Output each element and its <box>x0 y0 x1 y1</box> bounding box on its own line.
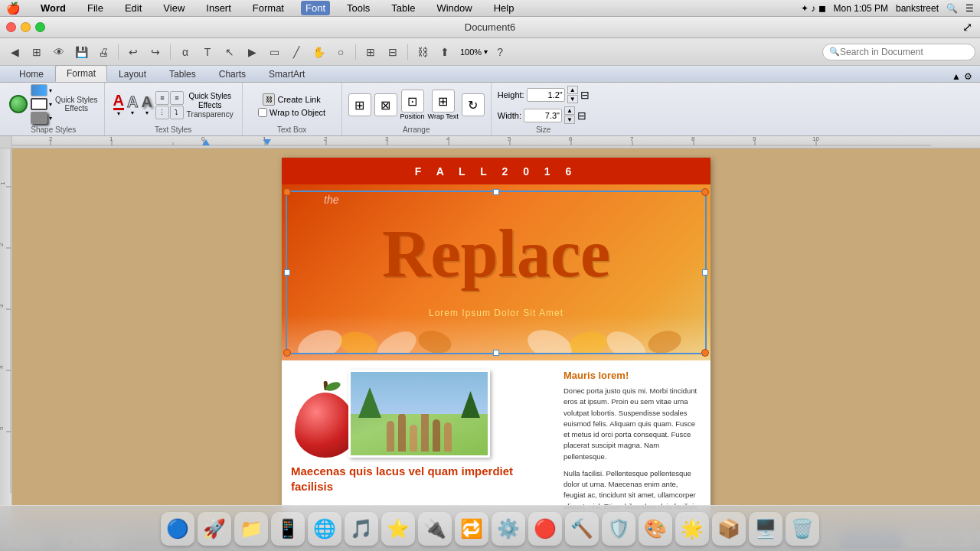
align-left-btn[interactable]: ≡ <box>155 91 169 105</box>
line-button[interactable]: ╱ <box>286 42 306 62</box>
text-outline-chevron[interactable]: ▾ <box>131 109 134 116</box>
tab-format[interactable]: Format <box>55 65 107 82</box>
template-button[interactable]: ⊞ <box>27 42 47 62</box>
dock-package[interactable]: 📦 <box>712 512 746 546</box>
menu-window[interactable]: Window <box>432 1 476 15</box>
width-up-btn[interactable]: ▲ <box>564 106 575 115</box>
tab-layout[interactable]: Layout <box>107 66 158 82</box>
indent-btn[interactable]: ⤵ <box>170 106 184 119</box>
dock-music[interactable]: 🎵 <box>345 512 378 546</box>
hand-button[interactable]: ✋ <box>309 42 328 62</box>
line-chevron[interactable]: ▾ <box>49 101 52 108</box>
handle-orange-tl[interactable] <box>283 188 291 196</box>
media-button[interactable]: ▶ <box>242 42 262 62</box>
maximize-button[interactable] <box>35 22 45 32</box>
menu-tools[interactable]: Tools <box>342 1 374 15</box>
menu-help[interactable]: Help <box>489 1 519 15</box>
shape-fill-btn[interactable]: ▾ <box>31 84 52 96</box>
apple-menu-icon[interactable]: 🍎 <box>6 2 21 15</box>
dock-launchpad[interactable]: 🚀 <box>198 512 231 546</box>
dock-trash[interactable]: 🗑️ <box>786 512 819 546</box>
print-button[interactable]: 🖨 <box>93 42 113 62</box>
arrange-btn-2[interactable]: ⊠ <box>374 93 397 116</box>
effects-text-btn[interactable]: Effects <box>198 101 221 109</box>
menu-table[interactable]: Table <box>387 1 420 15</box>
align-center-btn[interactable]: ≡ <box>170 91 184 105</box>
link-button[interactable]: ⛓ <box>413 42 433 62</box>
dock-shield[interactable]: 🛡️ <box>602 512 635 546</box>
dock-settings[interactable]: ⚙️ <box>492 512 525 546</box>
undo-button[interactable]: ↩ <box>123 42 143 62</box>
dock-mac[interactable]: 🖥️ <box>749 512 782 546</box>
dock-tools[interactable]: 🔨 <box>565 512 599 546</box>
transparency-btn[interactable]: Transparency <box>187 110 234 119</box>
dock-iphone[interactable]: 📱 <box>271 512 305 546</box>
tab-smartart[interactable]: SmartArt <box>257 66 316 82</box>
menu-format[interactable]: Format <box>248 1 289 15</box>
text-outline-btn[interactable]: A ▾ <box>127 94 138 116</box>
align-col-btn[interactable]: ⋮ <box>155 106 169 119</box>
wrap-to-object-btn[interactable]: Wrap to Object <box>258 108 325 117</box>
handle-mid-left[interactable] <box>284 269 290 276</box>
shape-style-main[interactable] <box>9 95 28 113</box>
text-button[interactable]: T <box>198 42 217 62</box>
tab-charts[interactable]: Charts <box>207 66 257 82</box>
help-button[interactable]: ? <box>490 42 510 62</box>
shape-line-btn[interactable]: ▾ <box>31 98 52 110</box>
minimize-button[interactable] <box>21 22 31 32</box>
position-btn[interactable]: ⊡ Position <box>400 90 425 120</box>
shadow-chevron[interactable]: ▾ <box>49 115 52 122</box>
handle-mid-right[interactable] <box>702 269 708 276</box>
search-icon[interactable]: 🔍 <box>946 3 958 14</box>
dock-red[interactable]: 🔴 <box>528 512 562 546</box>
back-button[interactable]: ◀ <box>5 42 24 62</box>
wrap-text-btn[interactable]: ⊞ Wrap Text <box>428 90 459 120</box>
dock-files[interactable]: 📁 <box>234 512 268 546</box>
height-input[interactable] <box>527 88 565 102</box>
dock-finder[interactable]: 🔵 <box>161 512 194 546</box>
height-up-btn[interactable]: ▲ <box>567 86 578 94</box>
share-button[interactable]: ⬆ <box>435 42 455 62</box>
handle-orange-tr[interactable] <box>701 188 709 196</box>
titlebar-expand[interactable]: ⤢ <box>962 20 972 34</box>
search-input[interactable] <box>840 47 962 57</box>
zoom-arrow[interactable]: ▾ <box>484 47 488 56</box>
menu-file[interactable]: File <box>83 1 108 15</box>
text-color-chevron[interactable]: ▾ <box>117 110 120 117</box>
height-down-btn[interactable]: ▼ <box>567 95 578 103</box>
menu-word[interactable]: Word <box>36 1 70 15</box>
dock-sync[interactable]: 🔁 <box>455 512 488 546</box>
save-button[interactable]: 💾 <box>71 42 91 62</box>
text-color-btn[interactable]: A ▾ <box>113 93 124 117</box>
handle-top-left[interactable] <box>284 189 290 195</box>
paste-button[interactable]: ⊟ <box>383 42 403 62</box>
width-down-btn[interactable]: ▼ <box>564 116 575 124</box>
height-lock-btn[interactable]: ⊟ <box>580 89 590 101</box>
fill-chevron[interactable]: ▾ <box>49 87 52 94</box>
search-box[interactable]: 🔍 <box>822 44 975 60</box>
menu-font[interactable]: Font <box>301 1 330 15</box>
menu-view[interactable]: View <box>158 1 189 15</box>
cursor-button[interactable]: ↖ <box>220 42 240 62</box>
tab-tables[interactable]: Tables <box>158 66 207 82</box>
alpha-button[interactable]: α <box>175 42 195 62</box>
rotate-btn[interactable]: ↻ <box>462 93 485 116</box>
quick-styles-text-btn[interactable]: Quick Styles <box>188 92 231 100</box>
close-button[interactable] <box>6 22 16 32</box>
menu-icon[interactable]: ☰ <box>965 3 974 14</box>
copy-style-button[interactable]: ⊞ <box>361 42 381 62</box>
dock-art[interactable]: 🎨 <box>639 512 672 546</box>
handle-top-right[interactable] <box>702 189 708 195</box>
effects-btn[interactable]: Effects <box>65 104 88 112</box>
shape-shadow-btn[interactable]: ▾ <box>31 112 52 124</box>
redo-button[interactable]: ↪ <box>145 42 165 62</box>
width-input[interactable] <box>524 109 562 122</box>
text-shadow-chevron[interactable]: ▾ <box>145 109 149 116</box>
circle-button[interactable]: ○ <box>331 42 351 62</box>
view-button[interactable]: 👁 <box>49 42 69 62</box>
ribbon-collapse[interactable]: ▲ <box>952 71 961 82</box>
handle-top-mid[interactable] <box>493 189 499 195</box>
arrange-btn-1[interactable]: ⊞ <box>348 93 371 116</box>
dock-connect[interactable]: 🔌 <box>418 512 452 546</box>
dock-star[interactable]: ⭐ <box>381 512 415 546</box>
